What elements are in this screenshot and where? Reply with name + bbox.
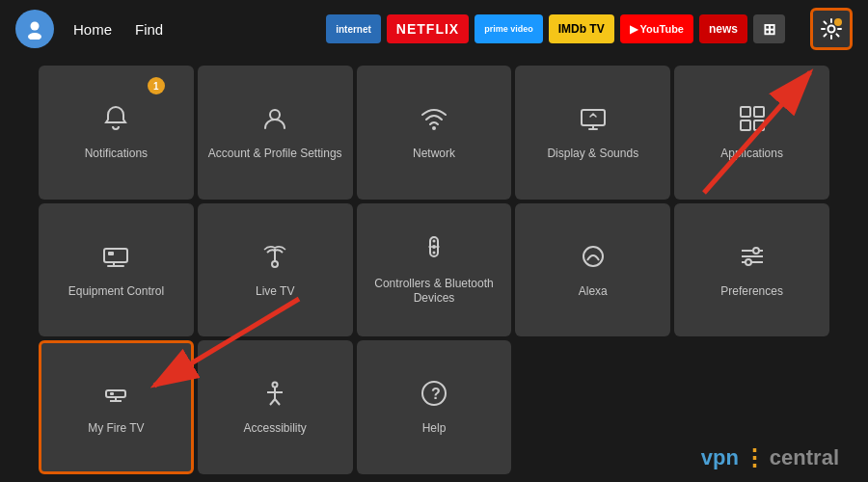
app-news[interactable]: news — [699, 14, 747, 43]
cell-livetv-label: Live TV — [256, 284, 294, 300]
app-prime-video[interactable]: prime video — [475, 14, 543, 43]
svg-rect-6 — [582, 110, 605, 125]
accessibility-icon — [259, 378, 290, 414]
cell-accessibility-label: Accessibility — [244, 421, 307, 437]
controllers-icon — [419, 233, 449, 269]
app-imdb[interactable]: IMDb TV — [549, 14, 614, 43]
svg-point-22 — [753, 248, 759, 254]
cell-notifications-label: Notifications — [85, 147, 148, 162]
cell-empty2 — [674, 340, 829, 474]
cell-network[interactable]: Network — [357, 66, 512, 200]
avatar[interactable] — [15, 10, 54, 48]
applications-icon — [737, 103, 768, 139]
app-youtube[interactable]: ▶ YouTube — [620, 14, 693, 43]
cell-applications[interactable]: Applications — [674, 66, 829, 200]
equipment-icon — [100, 241, 131, 277]
settings-grid: 1 Notifications Account & Profile Settin… — [0, 58, 868, 482]
myfiretv-icon — [100, 378, 131, 414]
svg-rect-10 — [754, 120, 764, 130]
cell-alexa-label: Alexa — [579, 284, 608, 300]
svg-rect-8 — [754, 107, 764, 117]
nav-apps: internet NETFLIX prime video IMDb TV ▶ Y… — [326, 14, 785, 43]
cell-help-label: Help — [422, 421, 447, 437]
nav-find[interactable]: Find — [135, 21, 163, 38]
cell-controllers[interactable]: Controllers & Bluetooth Devices — [357, 203, 512, 337]
svg-point-28 — [273, 383, 278, 388]
app-internet[interactable]: internet — [326, 14, 381, 43]
svg-point-16 — [432, 239, 435, 242]
svg-line-32 — [275, 399, 280, 405]
notification-badge: 1 — [148, 77, 165, 94]
cell-display-sounds-label: Display & Sounds — [547, 147, 638, 162]
cell-equipment-control[interactable]: Equipment Control — [39, 203, 194, 337]
nav-links: Home Find — [73, 21, 163, 38]
cell-accessibility[interactable]: Accessibility — [198, 340, 353, 474]
cell-empty1 — [515, 340, 670, 474]
cell-preferences-label: Preferences — [720, 284, 783, 300]
svg-rect-12 — [108, 252, 114, 255]
svg-point-4 — [270, 110, 280, 120]
display-icon — [578, 103, 609, 139]
cell-applications-label: Applications — [720, 147, 783, 162]
cell-myfiretv-label: My Fire TV — [88, 421, 144, 437]
nav-home[interactable]: Home — [73, 21, 112, 38]
cell-account[interactable]: Account & Profile Settings — [198, 66, 353, 200]
svg-point-2 — [828, 26, 835, 33]
app-grid-button[interactable]: ⊞ — [753, 14, 785, 43]
preferences-icon — [737, 241, 768, 277]
app-netflix[interactable]: NETFLIX — [387, 14, 469, 43]
cell-help[interactable]: ? Help — [357, 340, 512, 474]
top-nav: Home Find internet NETFLIX prime video I… — [0, 0, 868, 58]
svg-point-3 — [834, 18, 842, 26]
alexa-icon — [578, 241, 609, 277]
svg-rect-25 — [110, 392, 114, 395]
svg-rect-24 — [106, 390, 125, 397]
svg-rect-11 — [104, 249, 127, 262]
svg-point-0 — [31, 22, 40, 31]
svg-rect-9 — [741, 120, 750, 130]
network-icon — [419, 103, 449, 139]
cell-network-label: Network — [413, 147, 455, 162]
svg-point-13 — [272, 261, 278, 267]
svg-point-17 — [432, 251, 435, 254]
svg-point-1 — [28, 33, 41, 40]
svg-text:?: ? — [431, 386, 441, 402]
svg-line-31 — [270, 399, 275, 405]
cell-notifications[interactable]: 1 Notifications — [39, 66, 194, 200]
svg-point-23 — [746, 259, 751, 265]
cell-display-sounds[interactable]: Display & Sounds — [515, 66, 670, 200]
cell-my-fire-tv[interactable]: My Fire TV — [39, 340, 194, 474]
help-icon: ? — [419, 378, 449, 414]
account-icon — [259, 103, 290, 139]
cell-preferences[interactable]: Preferences — [674, 203, 829, 337]
settings-button[interactable] — [810, 8, 853, 50]
svg-rect-7 — [741, 107, 750, 117]
bell-icon — [100, 103, 131, 139]
cell-live-tv[interactable]: Live TV — [198, 203, 353, 337]
cell-account-label: Account & Profile Settings — [208, 147, 342, 162]
cell-equipment-label: Equipment Control — [68, 284, 164, 300]
svg-point-5 — [432, 126, 436, 130]
livetv-icon — [259, 241, 290, 277]
cell-controllers-label: Controllers & Bluetooth Devices — [366, 277, 502, 307]
cell-alexa[interactable]: Alexa — [515, 203, 670, 337]
